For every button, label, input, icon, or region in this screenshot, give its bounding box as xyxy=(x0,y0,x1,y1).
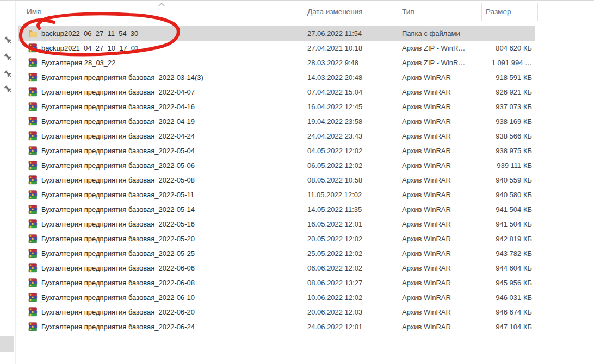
file-name: Бухгалтерия предприятия базовая_2022-05-… xyxy=(41,246,195,261)
file-list-rows: backup2022_06_27_11_54_30 27.06.2022 11:… xyxy=(18,26,535,334)
column-divider[interactable] xyxy=(304,3,304,21)
file-row[interactable]: Бухгалтерия предприятия базовая_2022-04-… xyxy=(18,85,535,99)
file-row[interactable]: Бухгалтерия предприятия базовая_2022-04-… xyxy=(18,99,535,114)
file-row[interactable]: Бухгалтерия предприятия базовая_2022-06-… xyxy=(18,305,535,319)
sort-ascending-chevron-icon xyxy=(158,2,165,7)
file-name: Бухгалтерия предприятия базовая_2022-05-… xyxy=(41,187,194,202)
file-name: Бухгалтерия предприятия базовая_2022-03-… xyxy=(41,70,203,85)
pin-icon[interactable] xyxy=(4,36,13,45)
column-header-size[interactable]: Размер xyxy=(486,8,511,16)
file-name: Бухгалтерия предприятия базовая_2022-06-… xyxy=(41,290,195,305)
file-name: Бухгалтерия предприятия базовая_2022-05-… xyxy=(41,217,195,231)
pin-icon[interactable] xyxy=(4,85,13,94)
winrar-archive-icon xyxy=(28,175,38,185)
winrar-archive-icon xyxy=(28,73,38,82)
file-row[interactable]: Бухгалтерия предприятия базовая_2022-05-… xyxy=(18,202,535,217)
file-name: Бухгалтерия предприятия базовая_2022-05-… xyxy=(41,143,195,158)
file-row[interactable]: backup2021_04_27_10_17_01 27.04.2021 10:… xyxy=(18,41,535,55)
column-divider[interactable] xyxy=(481,3,482,21)
column-header-date-modified[interactable]: Дата изменения xyxy=(307,8,362,16)
file-row[interactable]: Бухгалтерия предприятия базовая_2022-05-… xyxy=(18,187,535,202)
winrar-archive-icon xyxy=(28,293,38,302)
file-name: backup2021_04_27_10_17_01 xyxy=(41,41,139,55)
file-row[interactable]: Бухгалтерия предприятия базовая_2022-06-… xyxy=(18,261,535,275)
file-type: Архив ZIP - WinR… xyxy=(402,55,465,70)
file-row[interactable]: Бухгалтерия предприятия базовая_2022-06-… xyxy=(18,290,535,305)
column-header-name[interactable]: Имя xyxy=(27,8,41,16)
pin-icon[interactable] xyxy=(4,70,13,79)
file-size: 945 956 КБ xyxy=(496,275,532,290)
file-date-modified: 24.04.2022 23:43 xyxy=(307,129,362,143)
file-name: backup2022_06_27_11_54_30 xyxy=(41,26,138,41)
file-name: Бухгалтерия предприятия базовая_2022-05-… xyxy=(41,231,195,246)
file-row[interactable]: Бухгалтерия предприятия базовая_2022-05-… xyxy=(18,173,535,187)
column-header-row: Имя Дата изменения Тип Размер xyxy=(0,0,594,23)
file-date-modified: 28.03.2022 9:48 xyxy=(307,55,358,70)
file-size: 938 169 КБ xyxy=(496,114,532,129)
file-size: 939 111 КБ xyxy=(497,158,532,173)
file-type: Архив WinRAR xyxy=(402,158,451,173)
winrar-archive-icon xyxy=(28,102,38,111)
file-size: 938 975 КБ xyxy=(496,143,532,158)
file-type: Архив WinRAR xyxy=(402,187,451,202)
winrar-archive-icon xyxy=(28,43,38,53)
file-size: 941 504 КБ xyxy=(496,217,532,231)
winrar-archive-icon xyxy=(28,190,38,199)
explorer-file-list-view: Имя Дата изменения Тип Размер backup2022… xyxy=(0,0,594,364)
column-header-type[interactable]: Тип xyxy=(402,8,414,16)
file-date-modified: 11.05.2022 12:02 xyxy=(307,187,362,202)
winrar-archive-icon xyxy=(28,219,38,229)
winrar-archive-icon xyxy=(28,117,38,126)
file-row[interactable]: Бухгалтерия предприятия базовая_2022-03-… xyxy=(18,70,535,85)
file-size: 947 104 КБ xyxy=(496,319,532,334)
winrar-archive-icon xyxy=(28,58,38,67)
file-row[interactable]: Бухгалтерия предприятия базовая_2022-04-… xyxy=(18,114,535,129)
file-row[interactable]: Бухгалтерия 28_03_22 28.03.2022 9:48 Арх… xyxy=(18,55,535,70)
file-date-modified: 07.04.2022 15:04 xyxy=(307,85,362,99)
file-name: Бухгалтерия предприятия базовая_2022-05-… xyxy=(41,202,195,217)
file-size: 938 566 КБ xyxy=(496,129,532,143)
file-row[interactable]: Бухгалтерия предприятия базовая_2022-05-… xyxy=(18,246,535,261)
file-name: Бухгалтерия предприятия базовая_2022-06-… xyxy=(41,261,195,275)
winrar-archive-icon xyxy=(28,263,38,273)
file-name: Бухгалтерия предприятия базовая_2022-04-… xyxy=(41,99,195,114)
file-row-selected[interactable]: backup2022_06_27_11_54_30 27.06.2022 11:… xyxy=(18,26,535,41)
file-size: 946 674 КБ xyxy=(496,305,532,319)
file-name: Бухгалтерия 28_03_22 xyxy=(41,55,116,70)
file-row[interactable]: Бухгалтерия предприятия базовая_2022-06-… xyxy=(18,275,535,290)
winrar-archive-icon xyxy=(28,146,38,155)
file-size: 804 620 КБ xyxy=(496,41,532,55)
column-divider[interactable] xyxy=(398,3,398,21)
navigation-pane-selected-item[interactable] xyxy=(0,336,14,352)
file-date-modified: 14.05.2022 11:35 xyxy=(307,202,362,217)
file-date-modified: 08.05.2022 10:58 xyxy=(307,173,362,187)
file-type: Архив WinRAR xyxy=(402,217,451,231)
folder-icon xyxy=(28,29,38,38)
column-divider[interactable] xyxy=(537,3,538,21)
file-date-modified: 20.05.2022 12:02 xyxy=(307,231,362,246)
file-size: 926 921 КБ xyxy=(496,85,532,99)
file-date-modified: 20.06.2022 12:03 xyxy=(307,305,362,319)
file-type: Архив WinRAR xyxy=(402,202,451,217)
pin-icon[interactable] xyxy=(4,53,13,62)
file-name: Бухгалтерия предприятия базовая_2022-06-… xyxy=(41,319,195,334)
file-name: Бухгалтерия предприятия базовая_2022-05-… xyxy=(41,173,195,187)
file-size: 940 559 КБ xyxy=(496,173,532,187)
file-date-modified: 25.05.2022 12:02 xyxy=(307,246,362,261)
file-type: Архив WinRAR xyxy=(402,114,451,129)
file-row[interactable]: Бухгалтерия предприятия базовая_2022-04-… xyxy=(18,129,535,143)
file-row[interactable]: Бухгалтерия предприятия базовая_2022-05-… xyxy=(18,217,535,231)
file-row[interactable]: Бухгалтерия предприятия базовая_2022-06-… xyxy=(18,319,535,334)
file-date-modified: 24.06.2022 12:01 xyxy=(307,319,362,334)
file-row[interactable]: Бухгалтерия предприятия базовая_2022-05-… xyxy=(18,158,535,173)
file-type: Архив WinRAR xyxy=(402,173,451,187)
file-date-modified: 08.06.2022 13:27 xyxy=(307,275,362,290)
file-size: 943 782 КБ xyxy=(496,246,532,261)
file-row[interactable]: Бухгалтерия предприятия базовая_2022-05-… xyxy=(18,231,535,246)
file-date-modified: 06.06.2022 12:02 xyxy=(307,261,362,275)
winrar-archive-icon xyxy=(28,322,38,331)
file-row[interactable]: Бухгалтерия предприятия базовая_2022-05-… xyxy=(18,143,535,158)
winrar-archive-icon xyxy=(28,278,38,287)
file-size: 942 819 КБ xyxy=(496,231,532,246)
file-type: Архив WinRAR xyxy=(402,85,451,99)
